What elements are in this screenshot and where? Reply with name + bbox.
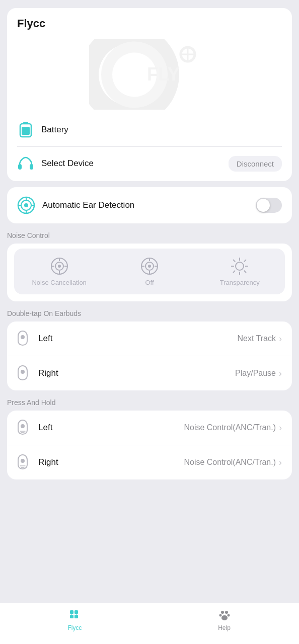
svg-rect-8 xyxy=(30,164,33,170)
svg-point-55 xyxy=(219,614,221,617)
headphone-icon xyxy=(17,155,34,172)
press-hold-left-label: Left xyxy=(38,423,184,433)
svg-rect-6 xyxy=(22,127,30,135)
aed-label: Automatic Ear Detection xyxy=(42,200,256,210)
double-tap-left-value: Next Track xyxy=(238,334,276,343)
svg-point-25 xyxy=(148,265,151,268)
battery-icon xyxy=(17,121,34,138)
svg-point-40 xyxy=(21,370,25,374)
svg-line-36 xyxy=(244,271,246,273)
double-tap-right-value: Play/Pause xyxy=(235,369,276,378)
select-device-row: Select Device Disconnect xyxy=(17,147,282,181)
double-tap-right-row[interactable]: Right Play/Pause › xyxy=(7,356,292,390)
aed-row: Automatic Ear Detection xyxy=(7,187,292,223)
svg-point-53 xyxy=(221,611,224,614)
noise-cancellation-icon xyxy=(50,257,69,276)
nav-label-flycc: Flycc xyxy=(68,624,82,631)
noise-control-options: Noise Cancellation xyxy=(14,249,285,294)
svg-point-41 xyxy=(21,424,25,428)
earbud-left-icon xyxy=(17,330,31,347)
press-hold-right-chevron: › xyxy=(279,457,282,468)
svg-point-44 xyxy=(21,459,25,463)
svg-line-37 xyxy=(244,260,246,262)
bottom-nav: Flycc Help xyxy=(0,603,299,644)
toggle-knob xyxy=(257,199,270,212)
nc-label-noise-cancellation: Noise Cancellation xyxy=(32,279,86,286)
svg-line-38 xyxy=(233,271,235,273)
app-title: Flycc xyxy=(17,17,282,30)
aed-toggle[interactable] xyxy=(256,198,282,213)
press-hold-section-label: Press And Hold xyxy=(7,398,292,407)
press-hold-right-value: Noise Control(ANC/Tran.) xyxy=(184,458,276,467)
nav-item-flycc[interactable]: Flycc xyxy=(0,608,150,631)
noise-control-inner: Noise Cancellation xyxy=(7,244,292,301)
earbud-right-icon xyxy=(17,365,31,382)
double-tap-section-label: Double-tap On Earbuds xyxy=(7,309,292,317)
svg-point-30 xyxy=(236,262,244,270)
svg-line-35 xyxy=(233,260,235,262)
press-hold-left-chevron: › xyxy=(279,423,282,433)
select-device-label: Select Device xyxy=(41,158,229,169)
press-hold-left-value: Noise Control(ANC/Tran.) xyxy=(184,423,276,432)
disconnect-button[interactable]: Disconnect xyxy=(229,156,282,172)
press-hold-right-label: Right xyxy=(38,457,184,467)
flycc-logo: FLY xyxy=(89,39,210,110)
nc-label-off: Off xyxy=(145,279,154,286)
nc-option-noise-cancellation[interactable]: Noise Cancellation xyxy=(14,253,104,290)
noise-control-card: Noise Cancellation xyxy=(7,244,292,301)
press-hold-card: Left Noise Control(ANC/Tran.) › Right No… xyxy=(7,411,292,479)
nc-off-icon xyxy=(140,257,159,276)
svg-point-54 xyxy=(225,611,228,614)
nav-label-help: Help xyxy=(218,624,231,631)
nc-option-transparency[interactable]: Transparency xyxy=(195,253,285,290)
nc-label-transparency: Transparency xyxy=(220,279,260,286)
nc-option-off[interactable]: Off xyxy=(104,253,194,290)
svg-point-57 xyxy=(221,615,228,620)
double-tap-card: Left Next Track › Right Play/Pause › xyxy=(7,321,292,390)
help-nav-icon xyxy=(217,608,232,622)
top-card: Flycc FLY xyxy=(7,8,292,181)
nav-item-help[interactable]: Help xyxy=(150,608,299,631)
double-tap-right-label: Right xyxy=(38,368,235,378)
double-tap-left-chevron: › xyxy=(279,334,282,344)
battery-row: Battery xyxy=(17,113,282,147)
double-tap-right-chevron: › xyxy=(279,368,282,379)
double-tap-left-label: Left xyxy=(38,334,238,344)
svg-point-56 xyxy=(227,614,230,617)
press-hold-right-earbud-icon xyxy=(17,454,31,471)
svg-rect-7 xyxy=(18,164,22,170)
aed-card: Automatic Ear Detection xyxy=(7,187,292,223)
press-hold-left-row[interactable]: Left Noise Control(ANC/Tran.) › xyxy=(7,411,292,445)
svg-point-39 xyxy=(21,335,25,339)
press-hold-right-row[interactable]: Right Noise Control(ANC/Tran.) › xyxy=(7,445,292,479)
flycc-nav-icon xyxy=(68,608,82,622)
press-hold-left-earbud-icon xyxy=(17,419,31,436)
aed-icon xyxy=(17,196,35,214)
noise-control-section-label: Noise Control xyxy=(7,231,292,239)
transparency-icon xyxy=(230,257,249,276)
double-tap-left-row[interactable]: Left Next Track › xyxy=(7,321,292,356)
logo-area: FLY xyxy=(17,35,282,113)
svg-text:FLY: FLY xyxy=(147,64,180,85)
svg-point-11 xyxy=(24,203,28,207)
svg-point-18 xyxy=(58,265,61,268)
battery-label: Battery xyxy=(41,125,282,135)
